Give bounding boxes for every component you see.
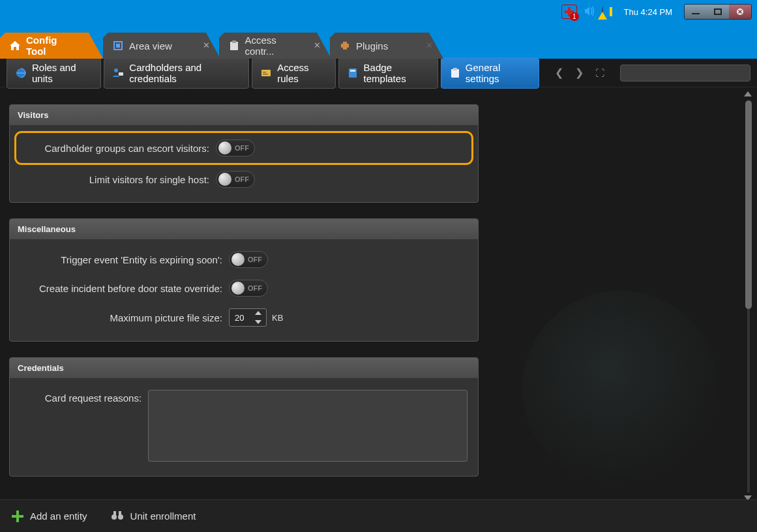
clock: Thu 4:24 PM: [624, 7, 672, 17]
subnav-general-settings[interactable]: General settings: [441, 57, 539, 89]
svg-rect-14: [350, 70, 355, 72]
main-content: Visitors Cardholder groups can escort vi…: [0, 87, 757, 532]
minimize-button[interactable]: [685, 5, 707, 19]
toggle-state: OFF: [248, 284, 262, 292]
toggle-state: OFF: [235, 144, 249, 152]
nav-forward-icon[interactable]: ❯: [575, 66, 584, 79]
svg-rect-16: [453, 68, 457, 70]
notification-badge: 1: [570, 12, 579, 21]
svg-point-18: [118, 514, 123, 520]
panel-visitors: Visitors Cardholder groups can escort vi…: [9, 104, 479, 203]
background-watermark: [522, 291, 718, 486]
panel-header: Miscellaneous: [10, 219, 478, 239]
tab-label: Plugins: [356, 40, 388, 52]
trigger-event-toggle[interactable]: OFF: [229, 251, 268, 268]
panel-header: Visitors: [10, 105, 478, 125]
create-incident-toggle[interactable]: OFF: [229, 280, 268, 297]
person-card-icon: [112, 67, 124, 79]
svg-rect-9: [119, 72, 123, 76]
scrollbar-thumb[interactable]: [745, 100, 752, 309]
subnav-roles-and-units[interactable]: Roles and units: [7, 57, 101, 89]
panel-header: Credentials: [10, 358, 478, 378]
svg-rect-19: [113, 511, 116, 515]
maximize-icon: [714, 8, 722, 15]
unit-enrollment-button[interactable]: Unit enrollment: [111, 510, 196, 522]
scroll-up-icon[interactable]: [744, 91, 752, 96]
gear-globe-icon: [15, 67, 27, 79]
svg-rect-10: [261, 70, 271, 76]
tab-close-icon[interactable]: ✕: [426, 40, 433, 50]
search-input[interactable]: [620, 65, 750, 81]
nav-back-icon[interactable]: ❮: [555, 66, 563, 79]
tab-label: Access contr...: [245, 35, 306, 57]
tab-access-control[interactable]: Access contr... ✕: [219, 33, 331, 59]
tab-label: Config Tool: [26, 35, 78, 57]
close-button[interactable]: [729, 5, 751, 19]
volume-icon[interactable]: [584, 5, 595, 19]
svg-rect-4: [116, 44, 120, 48]
clipboard-icon: [449, 67, 460, 79]
clipboard-icon: [228, 40, 239, 52]
toggle-knob: [218, 141, 231, 155]
row-max-picture-size: Maximum picture file size: 20 KB: [20, 308, 468, 327]
maximize-button[interactable]: [707, 5, 729, 19]
nav-history-controls: ❮ ❯ ⛶: [555, 66, 604, 79]
binoculars-icon: [111, 510, 124, 522]
toggle-knob: [231, 282, 245, 295]
subnav-badge-templates[interactable]: Badge templates: [338, 57, 439, 89]
search-box: [620, 65, 750, 81]
status-bar-icon: [610, 7, 612, 16]
max-picture-size-input[interactable]: 20: [229, 308, 267, 327]
svg-rect-0: [692, 13, 700, 14]
network-globe-icon[interactable]: [602, 7, 603, 17]
limit-visitors-label: Limit visitors for single host:: [20, 174, 209, 185]
toggle-state: OFF: [248, 256, 262, 263]
svg-rect-1: [715, 9, 721, 14]
trigger-event-label: Trigger event 'Entity is expiring soon':: [20, 254, 222, 265]
plugin-icon: [339, 40, 351, 52]
limit-visitors-toggle[interactable]: OFF: [216, 171, 255, 188]
close-icon: [736, 8, 744, 16]
card-request-reasons-label: Card request reasons:: [20, 392, 141, 404]
tab-label: Area view: [129, 40, 172, 52]
unit-enrollment-label: Unit enrollment: [130, 510, 196, 522]
row-trigger-event: Trigger event 'Entity is expiring soon':…: [20, 251, 468, 268]
svg-rect-11: [263, 72, 266, 73]
tab-area-view[interactable]: Area view ✕: [103, 33, 220, 59]
area-icon: [112, 40, 124, 52]
subnav-label: General settings: [466, 62, 531, 84]
svg-point-17: [111, 514, 117, 520]
subnav-access-rules[interactable]: Access rules: [252, 57, 335, 89]
scrollbar[interactable]: [745, 100, 752, 493]
row-create-incident: Create incident before door state overri…: [20, 280, 468, 297]
footer-bar: Add an entity Unit enrollment: [0, 499, 757, 532]
subnav-label: Cardholders and credentials: [129, 62, 241, 84]
spin-up-icon[interactable]: [255, 311, 261, 315]
escort-visitors-toggle[interactable]: OFF: [216, 140, 255, 156]
panel-miscellaneous: Miscellaneous Trigger event 'Entity is e…: [9, 218, 479, 342]
tab-config-tool[interactable]: Config Tool: [0, 33, 103, 59]
max-picture-size-unit: KB: [272, 313, 283, 323]
number-spinner[interactable]: [255, 311, 264, 324]
tab-close-icon[interactable]: ✕: [203, 40, 210, 50]
plus-icon: [12, 510, 23, 522]
toggle-knob: [231, 253, 245, 266]
notification-icon[interactable]: 1: [561, 5, 577, 19]
nav-expand-icon[interactable]: ⛶: [595, 68, 604, 78]
warning-overlay-icon: [598, 12, 607, 20]
spin-down-icon[interactable]: [255, 320, 261, 324]
svg-point-8: [114, 68, 118, 72]
tab-bar: Config Tool Area view ✕ Access contr... …: [0, 33, 757, 59]
card-request-reasons-input[interactable]: [148, 390, 468, 462]
toggle-knob: [218, 173, 231, 186]
svg-rect-12: [263, 74, 268, 75]
tab-plugins[interactable]: Plugins ✕: [330, 33, 443, 59]
add-entity-button[interactable]: Add an entity: [12, 510, 87, 522]
sub-nav-bar: Roles and units Cardholders and credenti…: [0, 59, 757, 87]
tab-close-icon[interactable]: ✕: [314, 40, 321, 50]
home-icon: [9, 40, 21, 52]
row-limit-visitors: Limit visitors for single host: OFF: [20, 171, 468, 188]
add-entity-label: Add an entity: [30, 510, 87, 522]
subnav-label: Roles and units: [32, 62, 93, 84]
subnav-cardholders[interactable]: Cardholders and credentials: [104, 57, 249, 89]
